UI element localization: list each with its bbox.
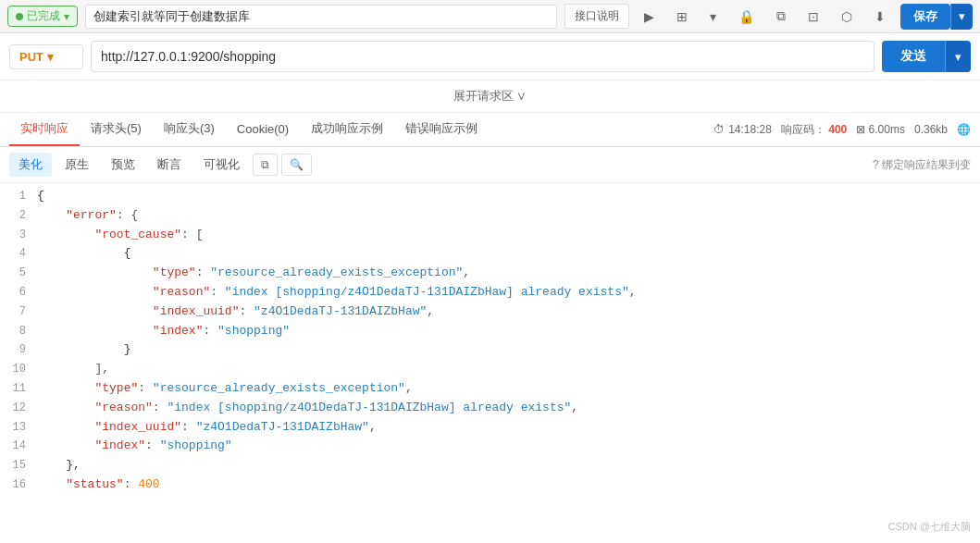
top-toolbar: 已完成 ▾ 接口说明 ▶ ⊞ ▾ 🔒 ⧉ ⊡ ⬡ ⬇ 保存 ▾ [0, 0, 980, 33]
line-content: } [37, 340, 980, 360]
code-line: 8 "index": "shopping" [0, 322, 980, 341]
json-key: "error" [66, 208, 117, 222]
sub-tab-preview[interactable]: 预览 [102, 153, 144, 177]
chevron-down-icon: ▾ [64, 10, 69, 23]
status-dot-icon [16, 13, 23, 20]
status-label: 已完成 [27, 8, 60, 24]
globe-icon[interactable]: 🌐 [957, 123, 971, 136]
status-code-label: 响应码： 400 [781, 122, 847, 138]
line-content: "index": "shopping" [37, 322, 980, 341]
duplicate-icon[interactable]: ⧉ [769, 5, 793, 28]
json-brace: { [124, 246, 131, 260]
tab-error-example[interactable]: 错误响应示例 [394, 113, 489, 146]
size-value: 0.36kb [914, 123, 948, 136]
code-area: 1{2 "error": {3 "root_cause": [4 {5 "typ… [0, 183, 980, 499]
line-content: }, [37, 456, 980, 475]
code-line: 5 "type": "resource_already_exists_excep… [0, 264, 980, 283]
description-input[interactable] [85, 5, 557, 29]
json-punct: : [239, 304, 254, 318]
code-line: 9 } [0, 340, 980, 360]
code-line: 10 ], [0, 360, 980, 379]
chevron-down-icon2[interactable]: ▾ [702, 6, 724, 28]
code-line: 13 "index_uuid": "z4O1DedaTJ-131DAIZbHaw… [0, 418, 980, 438]
status-badge[interactable]: 已完成 ▾ [7, 6, 78, 27]
download-icon[interactable]: ⬇ [867, 6, 893, 28]
lock-icon[interactable]: 🔒 [731, 6, 762, 28]
response-time: ⏱ 14:18:28 [713, 123, 772, 136]
json-space [37, 420, 94, 434]
tab-cookie[interactable]: Cookie(0) [226, 115, 300, 145]
sub-tab-raw[interactable]: 原生 [56, 153, 98, 177]
line-content: "index_uuid": "z4O1DedaTJ-131DAIZbHaw", [37, 418, 980, 438]
json-brace: { [37, 189, 44, 203]
sub-tabs-row: 美化 原生 预览 断言 可视化 ⧉ 🔍 ? 绑定响应结果到变 [0, 147, 980, 183]
line-content: { [37, 244, 980, 264]
settings-icon[interactable]: ⊡ [800, 6, 826, 28]
line-number: 7 [0, 302, 37, 321]
sub-tab-visualize[interactable]: 可视化 [194, 153, 249, 177]
json-number: 400 [138, 477, 159, 491]
json-punct: , [629, 285, 637, 299]
line-content: "status": 400 [37, 475, 980, 495]
tabs-row: 实时响应 请求头(5) 响应头(3) Cookie(0) 成功响应示例 错误响应… [0, 113, 980, 147]
time-value: 14:18:28 [728, 123, 772, 136]
json-space [37, 228, 94, 241]
json-punct: : [145, 438, 160, 452]
json-key: "type" [153, 265, 196, 279]
tab-success-example[interactable]: 成功响应示例 [300, 113, 394, 146]
json-space [37, 342, 124, 356]
line-content: "index": "shopping" [37, 437, 980, 456]
share-icon[interactable]: ⬡ [834, 6, 860, 28]
json-key: "index" [153, 324, 204, 338]
json-punct: : [ [181, 228, 203, 241]
run-icon[interactable]: ▶ [637, 6, 662, 28]
line-content: "root_cause": [ [37, 226, 980, 245]
json-space [37, 477, 66, 491]
json-space [37, 208, 66, 222]
line-content: { [37, 187, 980, 206]
tabs-right: ⏱ 14:18:28 响应码： 400 ⊠ 6.00ms 0.36kb 🌐 [713, 122, 971, 138]
json-string: "shopping" [160, 438, 232, 452]
line-number: 1 [0, 187, 37, 205]
clock-icon: ⏱ [713, 123, 725, 136]
method-select[interactable]: PUT ▾ [9, 44, 83, 69]
send-dropdown-button[interactable]: ▾ [945, 41, 971, 72]
tab-res-header[interactable]: 响应头(3) [153, 113, 226, 146]
send-group: 发送 ▾ [882, 41, 971, 72]
tab-req-header[interactable]: 请求头(5) [80, 113, 153, 146]
code-line: 1{ [0, 187, 980, 206]
api-doc-button[interactable]: 接口说明 [564, 4, 629, 29]
sub-tab-beautify[interactable]: 美化 [9, 153, 52, 177]
json-punct: , [405, 381, 413, 395]
json-key: "index_uuid" [153, 304, 240, 318]
json-punct: : [153, 401, 167, 414]
json-space [37, 458, 66, 472]
line-number: 15 [0, 456, 37, 475]
search-button[interactable]: 🔍 [281, 154, 312, 176]
json-punct: : [124, 477, 139, 491]
line-number: 8 [0, 322, 37, 340]
json-key: "status" [66, 477, 123, 491]
line-content: "error": { [37, 206, 980, 226]
save-dropdown-button[interactable]: ▾ [950, 4, 973, 30]
bind-help-label: ? 绑定响应结果到变 [873, 157, 971, 173]
line-number: 10 [0, 360, 37, 378]
send-button[interactable]: 发送 [882, 41, 945, 72]
tab-realtime[interactable]: 实时响应 [9, 113, 80, 146]
url-input[interactable] [91, 41, 875, 72]
json-space [37, 285, 153, 299]
save-button[interactable]: 保存 [900, 4, 950, 30]
json-string: "z4O1DedaTJ-131DAIZbHaw" [254, 304, 427, 318]
json-string: "resource_already_exists_exception" [153, 381, 405, 395]
json-punct: , [369, 420, 377, 434]
code-line: 6 "reason": "index [shopping/z4O1DedaTJ-… [0, 283, 980, 302]
line-content: "index_uuid": "z4O1DedaTJ-131DAIZbHaw", [37, 302, 980, 322]
line-number: 12 [0, 399, 37, 417]
save-group: 保存 ▾ [900, 4, 973, 30]
expand-bar[interactable]: 展开请求区 ∨ [0, 80, 980, 113]
copy-icon[interactable]: ⊞ [669, 6, 695, 28]
sub-tab-assert[interactable]: 断言 [148, 153, 191, 177]
json-key: "index_uuid" [94, 420, 181, 434]
copy-code-button[interactable]: ⧉ [253, 154, 278, 176]
line-number: 13 [0, 418, 37, 437]
